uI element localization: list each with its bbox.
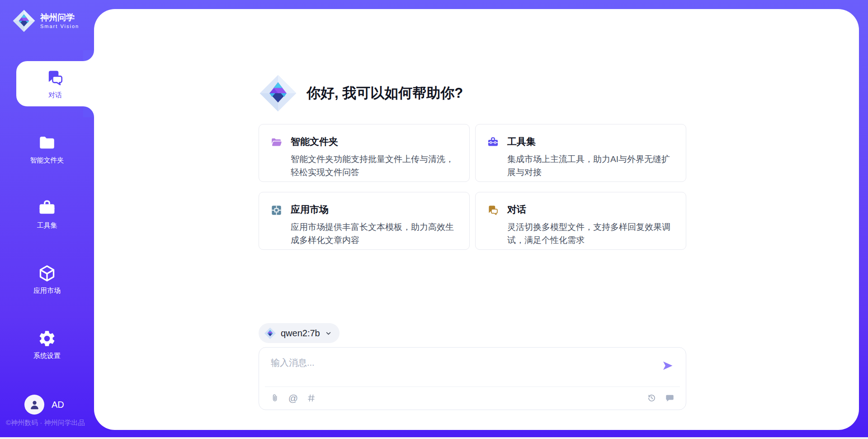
folder-icon	[38, 134, 57, 153]
cube-icon	[38, 264, 57, 283]
avatar	[24, 395, 44, 415]
folder-open-icon	[270, 136, 283, 148]
chevron-down-icon	[325, 329, 332, 337]
chat-bubbles-icon	[487, 204, 499, 216]
card-description: 灵活切换多模型文件，支持多样回复效果调试，满足个性化需求	[507, 220, 675, 247]
app-grid-icon	[270, 204, 283, 216]
tab-curve-bottom	[83, 106, 94, 117]
tab-curve-top	[83, 50, 94, 61]
chat-bubble-icon	[665, 393, 675, 403]
brand-subtitle: Smart Vision	[40, 24, 79, 29]
sidebar-item-settings[interactable]: 系统设置	[0, 322, 94, 367]
main-panel: 你好, 我可以如何帮助你? 智能文件夹 智能文件夹功能支持批量文件上传与清洗，轻…	[94, 9, 859, 430]
content-column: 你好, 我可以如何帮助你? 智能文件夹 智能文件夹功能支持批量文件上传与清洗，轻…	[259, 9, 686, 430]
message-input[interactable]	[270, 356, 650, 383]
greeting-title: 你好, 我可以如何帮助你?	[307, 84, 463, 103]
at-icon: @	[288, 393, 298, 403]
mention-button[interactable]: @	[288, 393, 298, 403]
card-title: 应用市场	[291, 203, 458, 216]
topic-button[interactable]	[306, 393, 316, 403]
sidebar-item-chat[interactable]: 对话	[16, 61, 94, 106]
history-icon	[647, 393, 656, 403]
hash-icon	[307, 393, 316, 403]
brand: 神州问学 Smart Vision	[12, 9, 79, 33]
send-icon	[661, 359, 674, 372]
toolbox-icon	[38, 199, 57, 218]
card-description: 集成市场上主流工具，助力AI与外界无缝扩展与对接	[507, 153, 675, 179]
user-name: AD	[52, 400, 64, 410]
new-chat-button[interactable]	[665, 393, 675, 403]
card-toolset[interactable]: 工具集 集成市场上主流工具，助力AI与外界无缝扩展与对接	[475, 124, 686, 182]
user-account[interactable]: AD	[24, 395, 64, 415]
bottom-edge	[0, 437, 868, 439]
feature-cards: 智能文件夹 智能文件夹功能支持批量文件上传与清洗，轻松实现文件问答 工具集 集成…	[259, 124, 686, 250]
sidebar-item-app-market[interactable]: 应用市场	[0, 257, 94, 302]
paperclip-icon	[270, 393, 280, 403]
copyright-text: ©神州数码 · 神州问学出品	[6, 419, 85, 427]
card-title: 智能文件夹	[291, 135, 458, 148]
sidebar: 神州问学 Smart Vision 对话 智能文件夹	[0, 0, 94, 439]
sidebar-item-toolset[interactable]: 工具集	[0, 191, 94, 237]
greeting-block: 你好, 我可以如何帮助你?	[259, 74, 463, 113]
message-composer: @	[259, 347, 686, 410]
model-diamond-icon	[264, 327, 276, 339]
sidebar-item-label: 工具集	[37, 221, 57, 230]
card-description: 应用市场提供丰富长文本模板，助力高效生成多样化文章内容	[291, 220, 458, 247]
send-button[interactable]	[661, 359, 675, 372]
sidebar-item-label: 应用市场	[33, 286, 61, 295]
chat-bubbles-icon	[46, 68, 65, 87]
history-button[interactable]	[646, 393, 657, 403]
sidebar-item-smart-folder[interactable]: 智能文件夹	[0, 126, 94, 172]
toolbox-icon	[487, 136, 499, 148]
sidebar-item-label: 对话	[48, 91, 62, 100]
hero-diamond-icon	[259, 74, 297, 113]
model-selector[interactable]: qwen2:7b	[259, 323, 340, 343]
composer-toolbar: @	[259, 386, 686, 410]
brand-diamond-icon	[12, 9, 36, 33]
gear-icon	[38, 329, 57, 348]
sidebar-item-label: 智能文件夹	[30, 156, 64, 165]
model-name: qwen2:7b	[281, 328, 320, 339]
card-title: 工具集	[507, 135, 675, 148]
attach-file-button[interactable]	[270, 393, 280, 403]
card-app-market[interactable]: 应用市场 应用市场提供丰富长文本模板，助力高效生成多样化文章内容	[259, 192, 470, 250]
card-description: 智能文件夹功能支持批量文件上传与清洗，轻松实现文件问答	[291, 153, 458, 179]
card-chat[interactable]: 对话 灵活切换多模型文件，支持多样回复效果调试，满足个性化需求	[475, 192, 686, 250]
card-smart-folder[interactable]: 智能文件夹 智能文件夹功能支持批量文件上传与清洗，轻松实现文件问答	[259, 124, 470, 182]
sidebar-item-label: 系统设置	[33, 352, 61, 360]
brand-name: 神州问学	[40, 13, 79, 23]
card-title: 对话	[507, 203, 675, 216]
